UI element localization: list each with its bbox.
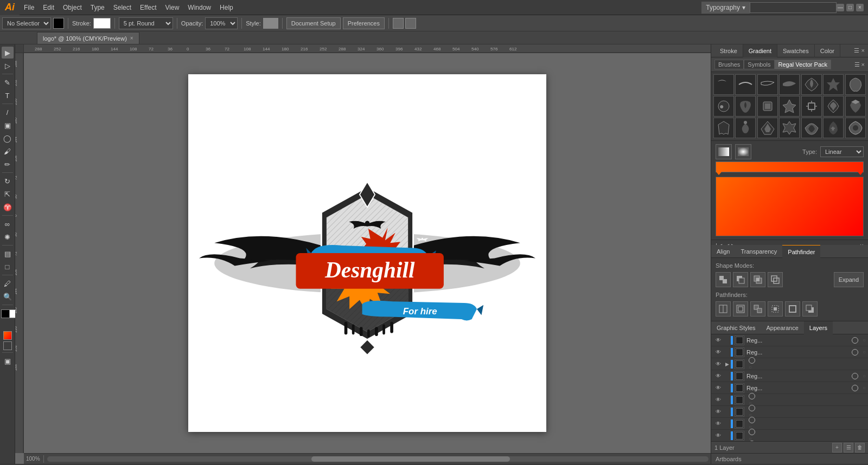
brush-item-12[interactable] (801, 96, 822, 117)
brush-item-1[interactable]: ⌒ (713, 74, 734, 95)
selection-tool[interactable]: ▶ (2, 47, 14, 59)
menu-edit[interactable]: Edit (39, 0, 59, 15)
document-setup-button[interactable]: Document Setup (286, 17, 341, 29)
brush-item-9[interactable] (735, 96, 756, 117)
line-tool[interactable]: / (2, 106, 14, 118)
layer-target-indicator[interactable] (749, 417, 755, 423)
artboard-tool[interactable]: □ (2, 261, 14, 273)
layer-expand-toggle[interactable]: ▶ (723, 358, 731, 370)
menu-effect[interactable]: Effect (136, 0, 161, 15)
tab-color[interactable]: Color (815, 44, 840, 57)
brush-item-4[interactable] (779, 74, 800, 95)
ellipse-tool[interactable]: ◯ (2, 132, 14, 144)
layer-row[interactable]: 👁 Reg... ○ (711, 370, 868, 382)
layer-visibility-toggle[interactable]: 👁 (713, 370, 723, 382)
menu-file[interactable]: File (20, 0, 39, 15)
brush-item-11[interactable] (779, 96, 800, 117)
trim-button[interactable] (733, 301, 748, 317)
layer-visibility-toggle[interactable]: 👁 (713, 334, 723, 346)
gradient-swatch-small[interactable] (3, 331, 12, 340)
brush-item-15[interactable] (713, 118, 734, 138)
opacity-dropdown[interactable]: 100% (205, 17, 238, 29)
layer-visibility-icon[interactable]: ○ (860, 337, 868, 344)
layer-visibility-toggle[interactable]: 👁 (713, 418, 723, 430)
workspace-dropdown[interactable]: Typography ▾ (701, 2, 750, 14)
merge-button[interactable] (750, 301, 765, 317)
gradient-bar[interactable] (716, 162, 864, 172)
layer-target-indicator[interactable] (749, 429, 755, 435)
gradient-stop-left[interactable] (716, 172, 722, 175)
layer-target-indicator[interactable] (852, 385, 858, 391)
brush-item-6[interactable] (823, 74, 844, 95)
gradient-stop-right[interactable] (858, 172, 863, 175)
layer-row[interactable]: 👁 Reg... ○ (711, 334, 868, 346)
arrange-icon[interactable] (405, 18, 416, 29)
layer-row[interactable]: 👁 ▶ ○ (711, 358, 868, 370)
minimize-button[interactable]: — (837, 4, 844, 11)
canvas-content[interactable]: Designer Logo Desnghill For hire (24, 53, 711, 453)
layer-visibility-icon[interactable]: ○ (746, 364, 754, 371)
brush-item-16[interactable] (735, 118, 756, 138)
gradient-swatch-large[interactable] (716, 177, 864, 236)
panel-close-icon[interactable]: × (861, 47, 865, 54)
brushes-close-icon[interactable]: × (861, 61, 865, 68)
brush-item-3[interactable] (757, 74, 778, 95)
crop-button[interactable] (768, 301, 783, 317)
symbol-spray-tool[interactable]: ✺ (2, 231, 14, 243)
tab-swatches[interactable]: Swatches (777, 44, 815, 57)
tab-layers[interactable]: Layers (804, 321, 833, 334)
tab-graphic-styles[interactable]: Graphic Styles (711, 321, 761, 334)
layer-visibility-toggle[interactable]: 👁 (713, 406, 723, 418)
layer-visibility-toggle[interactable]: 👁 (713, 346, 723, 358)
gradient-type-linear[interactable] (716, 144, 732, 159)
close-button[interactable]: × (856, 4, 864, 11)
tab-transparency[interactable]: Transparency (735, 245, 782, 258)
document-tab[interactable]: logo* @ 100% (CMYK/Preview) × (37, 32, 139, 44)
minus-back-button[interactable] (802, 301, 818, 317)
selection-dropdown[interactable]: No Selection (2, 17, 51, 29)
fill-color-box[interactable] (53, 18, 64, 29)
brush-tool[interactable]: 🖌 (2, 145, 14, 157)
layer-visibility-toggle[interactable]: 👁 (713, 358, 723, 370)
brush-item-10[interactable] (757, 96, 778, 117)
layer-visibility-icon[interactable]: ○ (860, 384, 868, 392)
create-layer-button[interactable]: ☰ (844, 443, 853, 453)
exclude-button[interactable] (768, 272, 783, 287)
gradient-type-select[interactable]: LinearRadial (820, 146, 864, 157)
column-graph-tool[interactable]: ▤ (2, 248, 14, 260)
warp-tool[interactable]: ♈ (2, 201, 14, 213)
layer-target-indicator[interactable] (852, 373, 858, 379)
brush-item-2[interactable] (735, 74, 756, 95)
tab-align[interactable]: Align (711, 245, 735, 258)
rotate-tool[interactable]: ↻ (2, 175, 14, 187)
scrollbar-thumb[interactable] (311, 456, 510, 462)
zoom-tool[interactable]: 🔍 (2, 290, 14, 302)
layer-target-indicator[interactable] (852, 349, 858, 356)
canvas-area[interactable]: 288 252 216 180 144 108 72 36 0 36 72 10… (15, 44, 711, 464)
tab-gradient[interactable]: Gradient (743, 44, 777, 57)
layer-target-indicator[interactable] (852, 337, 858, 344)
tab-stroke[interactable]: Stroke (714, 44, 743, 57)
menu-window[interactable]: Window (183, 0, 215, 15)
brush-item-7[interactable] (845, 74, 866, 95)
tab-appearance[interactable]: Appearance (761, 321, 804, 334)
stroke-size-dropdown[interactable]: 5 pt. Round (119, 17, 173, 29)
brush-item-14[interactable] (845, 96, 866, 117)
outline-button[interactable] (785, 301, 800, 317)
pen-tool[interactable]: ✎ (2, 76, 14, 88)
menu-view[interactable]: View (161, 0, 184, 15)
layer-target-indicator[interactable] (749, 393, 755, 399)
screen-mode-button[interactable]: ▣ (2, 355, 14, 367)
tab-pathfinder[interactable]: Pathfinder (782, 245, 820, 258)
screen-mode-icon[interactable] (393, 18, 404, 29)
layer-visibility-toggle[interactable]: 👁 (713, 430, 723, 442)
tab-symbols[interactable]: Symbols (744, 60, 774, 69)
scale-tool[interactable]: ⇱ (2, 188, 14, 200)
menu-type[interactable]: Type (86, 0, 109, 15)
menu-select[interactable]: Select (109, 0, 136, 15)
brushes-options-icon[interactable]: ☰ (854, 61, 860, 68)
brush-item-19[interactable] (801, 118, 822, 138)
pencil-tool[interactable]: ✏ (2, 158, 14, 170)
type-tool[interactable]: T (2, 89, 14, 101)
tab-close-button[interactable]: × (130, 35, 133, 41)
